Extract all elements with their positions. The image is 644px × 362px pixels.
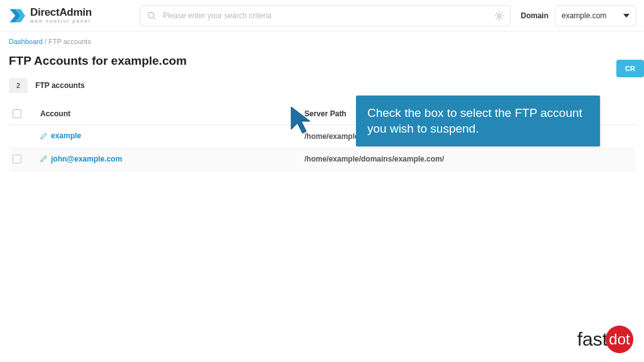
col-check (13, 109, 40, 118)
logo[interactable]: DirectAdmin web control panel (8, 7, 140, 25)
logo-text: DirectAdmin (30, 7, 92, 18)
chevron-down-icon (623, 14, 630, 18)
instruction-tooltip: Check the box to select the FTP account … (356, 96, 600, 146)
pencil-icon (40, 133, 47, 140)
logo-text-wrap: DirectAdmin web control panel (30, 7, 92, 24)
count-badge: 2 (9, 78, 28, 93)
search-input[interactable] (140, 5, 511, 26)
pencil-icon (40, 155, 47, 162)
col-account-header[interactable]: Account (40, 109, 304, 118)
header: DirectAdmin web control panel Domain exa… (0, 0, 644, 31)
cursor-icon (290, 106, 315, 136)
account-link[interactable]: john@example.com (40, 155, 122, 163)
count-label: FTP accounts (35, 81, 84, 90)
row-account: example (40, 131, 304, 141)
account-name: example (51, 131, 81, 140)
footer-text-a: fast (577, 329, 608, 350)
row-checkbox[interactable] (13, 155, 21, 163)
search-wrap (140, 5, 511, 26)
gear-icon[interactable] (494, 11, 504, 21)
row-check (13, 155, 40, 163)
logo-subtext: web control panel (30, 19, 92, 24)
svg-marker-5 (291, 107, 310, 133)
account-name: john@example.com (51, 155, 122, 163)
breadcrumb-current: FTP accounts (48, 38, 91, 45)
account-link[interactable]: example (40, 131, 81, 140)
svg-point-2 (148, 12, 154, 18)
svg-line-3 (153, 17, 156, 19)
breadcrumb-root[interactable]: Dashboard (9, 38, 43, 45)
domain-value: example.com (562, 11, 606, 20)
create-button[interactable]: CR (616, 60, 644, 77)
domain-select[interactable]: example.com (555, 5, 636, 26)
directadmin-logo-icon (8, 7, 25, 25)
page-title: FTP Accounts for example.com (9, 54, 187, 68)
domain-label: Domain (521, 11, 548, 20)
select-all-checkbox[interactable] (13, 109, 21, 118)
title-row: FTP Accounts for example.com (0, 52, 644, 78)
footer-dot-icon: dot (606, 326, 633, 353)
row-path: /home/example/domains/example.com/ (304, 155, 631, 163)
footer-logo: fastdot (577, 326, 631, 353)
svg-point-4 (497, 14, 501, 17)
search-icon (147, 11, 156, 20)
row-account: john@example.com (40, 155, 304, 165)
table-row: john@example.com /home/example/domains/e… (9, 148, 635, 172)
breadcrumb: Dashboard / FTP accounts (0, 31, 644, 52)
